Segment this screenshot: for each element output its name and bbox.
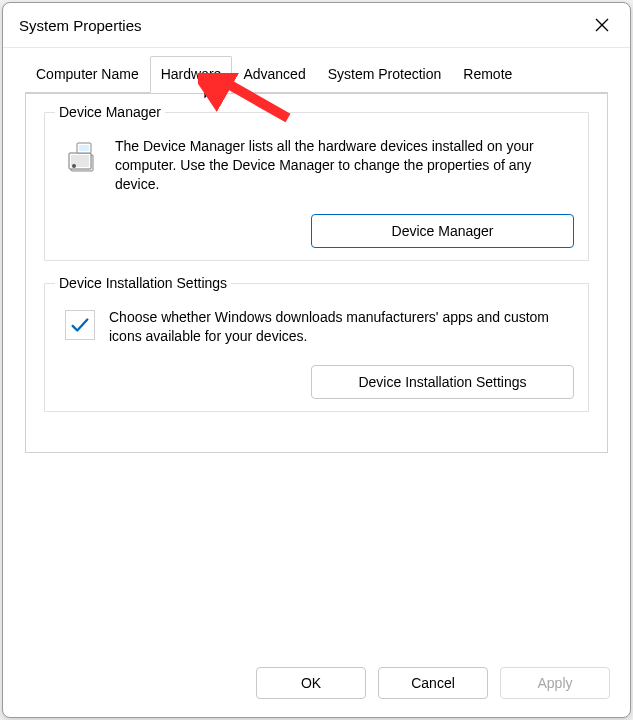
device-installation-group-title: Device Installation Settings [55,275,231,291]
device-manager-description: The Device Manager lists all the hardwar… [115,137,572,194]
device-installation-content: Choose whether Windows downloads manufac… [57,308,576,352]
device-installation-button-row: Device Installation Settings [57,365,576,399]
tab-strip: Computer Name Hardware Advanced System P… [25,56,608,93]
tab-remote[interactable]: Remote [452,56,523,93]
cancel-button[interactable]: Cancel [378,667,488,699]
svg-rect-5 [79,145,89,151]
close-button[interactable] [588,11,616,39]
close-icon [594,17,610,33]
window-title: System Properties [19,17,142,34]
tab-computer-name[interactable]: Computer Name [25,56,150,93]
ok-button[interactable]: OK [256,667,366,699]
svg-point-3 [72,164,76,168]
device-manager-button-row: Device Manager [57,214,576,248]
system-properties-dialog: System Properties Computer Name Hardware… [2,2,631,718]
checkmark-icon [65,310,95,340]
apply-button[interactable]: Apply [500,667,610,699]
device-installation-description: Choose whether Windows downloads manufac… [109,308,572,346]
device-manager-group-title: Device Manager [55,104,165,120]
device-installation-group: Device Installation Settings Choose whet… [44,283,589,413]
dialog-footer: OK Cancel Apply [3,653,630,717]
device-installation-button[interactable]: Device Installation Settings [311,365,574,399]
device-manager-icon [61,137,101,177]
hardware-panel: Device Manager The Device Manager lists … [25,93,608,453]
tab-system-protection[interactable]: System Protection [317,56,453,93]
titlebar: System Properties [3,3,630,48]
device-manager-group: Device Manager The Device Manager lists … [44,112,589,261]
device-manager-button[interactable]: Device Manager [311,214,574,248]
tab-hardware[interactable]: Hardware [150,56,233,93]
tab-advanced[interactable]: Advanced [232,56,316,93]
content-area: Computer Name Hardware Advanced System P… [3,48,630,653]
device-manager-content: The Device Manager lists all the hardwar… [57,137,576,200]
